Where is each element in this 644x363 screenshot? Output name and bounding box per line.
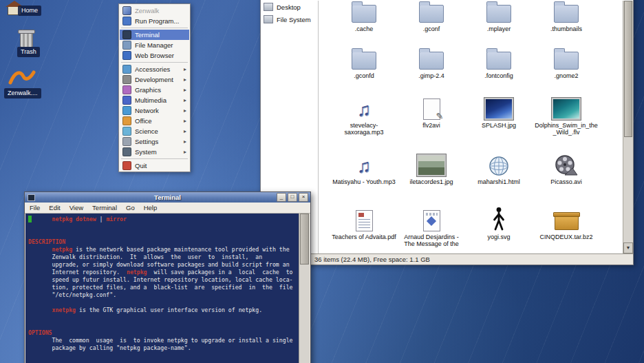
desktop-icon-trash[interactable]: Trash <box>17 28 58 59</box>
terminal-line <box>28 231 299 238</box>
terminal-scrollbar[interactable] <box>299 214 310 363</box>
terminal-titlebar[interactable]: Terminal <box>25 192 310 203</box>
scroll-down-button[interactable] <box>623 242 633 253</box>
menu-item-network[interactable]: Network <box>120 105 189 116</box>
file-item-yogi-svg[interactable]: yogi.svg <box>465 207 533 247</box>
menu-item-system[interactable]: System <box>120 147 189 157</box>
file-item-matisyahu-youth-mp3[interactable]: ♫Matisyahu - Youth.mp3 <box>330 152 398 185</box>
terminal-menu-edit[interactable]: Edit <box>49 204 60 211</box>
file-icon-box <box>484 95 513 120</box>
terminal-line: xnetpkg is the GTK graphical user interf… <box>28 307 299 314</box>
terminal-line: OPTIONS <box>28 329 299 337</box>
terminal-text: "/etc/netpkg.conf". <box>28 291 116 298</box>
menu-item-development[interactable]: Development <box>120 74 189 85</box>
menu-item-label: Science <box>135 127 180 135</box>
file-item-mplayer[interactable]: .mplayer <box>465 1 533 32</box>
menu-item-label: Quit <box>135 162 186 169</box>
file-grid: .cache.gconf.mplayer.thumbnails.gconfd.g… <box>319 1 623 253</box>
scrollbar-thumb[interactable] <box>300 214 309 265</box>
menu-item-label: Settings <box>135 138 180 145</box>
menu-item-office[interactable]: Office <box>120 116 189 126</box>
fm-vertical-scrollbar[interactable] <box>623 1 633 253</box>
file-item-splash-jpg[interactable]: SPLASH.jpg <box>465 95 533 136</box>
sidebar-item-desktop[interactable]: Desktop <box>261 1 318 13</box>
file-item-cinqdeux-tar-bz2[interactable]: CINQDEUX.tar.bz2 <box>533 207 600 247</box>
file-item-dolphins-swim-in-the-wild-flv[interactable]: Dolphins_Swim_in_the_Wild_.flv <box>533 95 600 136</box>
terminal-menu-terminal[interactable]: Terminal <box>92 204 117 211</box>
file-item-gconf[interactable]: .gconf <box>398 1 465 32</box>
file-item-maharshi1-html[interactable]: maharshi1.html <box>465 152 533 185</box>
terminal-line: Internet repository. netpkg will save pa… <box>28 269 299 276</box>
terminal-line: package by calling "netpkg package-name"… <box>28 344 299 352</box>
file-item-gconfd[interactable]: .gconfd <box>330 45 398 79</box>
window-buttons <box>277 193 310 202</box>
close-button[interactable] <box>299 193 308 202</box>
menu-separator <box>121 158 188 159</box>
terminal-line <box>28 299 299 307</box>
file-label: yogi.svg <box>487 234 510 240</box>
menu-item-terminal[interactable]: Terminal <box>120 30 189 40</box>
terminal-text: is the network based package maintenance… <box>72 246 289 253</box>
menu-item-web-browser[interactable]: Web Browser <box>120 50 189 61</box>
quit-icon <box>122 161 131 170</box>
file-icon-box <box>555 152 578 176</box>
app-menu-header-label: Zenwalk <box>135 7 159 14</box>
file-row: ♫Matisyahu - Youth.mp3iletacordes1.jpgma… <box>330 152 600 185</box>
terminal-menu-file[interactable]: File <box>30 204 40 211</box>
file-item-arnaud-desjardins-the-message-of-the[interactable]: Arnaud Desjardins - The Message of the <box>398 207 465 247</box>
terminal-text <box>28 307 52 313</box>
menu-item-quit[interactable]: Quit <box>120 160 189 171</box>
menu-separator <box>121 28 188 28</box>
file-label: .gconfd <box>354 72 374 79</box>
menu-item-science[interactable]: Science <box>120 126 189 136</box>
file-item-stevelacy-saxoraga-mp3[interactable]: ♫stevelacy-saxoraga.mp3 <box>330 95 398 136</box>
file-label: SPLASH.jpg <box>482 122 516 129</box>
terminal-menu-go[interactable]: Go <box>126 204 135 211</box>
terminal-window-icon <box>28 194 35 201</box>
file-item-fontconfig[interactable]: .fontconfig <box>465 45 533 79</box>
app-menu: Zenwalk Run Program...TerminalFile Manag… <box>118 3 191 172</box>
menu-item-settings[interactable]: Settings <box>120 136 189 147</box>
file-item-gnome2[interactable]: .gnome2 <box>533 45 600 79</box>
file-item-cache[interactable]: .cache <box>330 1 398 32</box>
file-icon-box <box>489 152 509 176</box>
file-label: .fontconfig <box>484 72 513 79</box>
folder-icon <box>554 52 579 70</box>
minimize-button[interactable] <box>277 193 286 202</box>
file-label: CINQDEUX.tar.bz2 <box>539 234 592 240</box>
image-thumbnail <box>484 98 513 120</box>
terminal-screen[interactable]: netpkg dotnew | mirror DESCRIPTION netpk… <box>25 214 299 363</box>
menu-item-label: Network <box>135 107 180 114</box>
terminal-menu-view[interactable]: View <box>69 204 83 211</box>
maximize-button[interactable] <box>288 193 297 202</box>
menu-item-multimedia[interactable]: Multimedia <box>120 95 189 105</box>
file-icon-box: ♫ <box>357 95 371 120</box>
file-icon-box <box>352 45 376 70</box>
file-item-flv2avi[interactable]: flv2avi <box>398 95 465 136</box>
menu-item-label: Web Browser <box>135 52 186 59</box>
sidebar-item-label: File System <box>277 16 311 23</box>
file-icon-box <box>419 1 444 23</box>
scrollbar-thumb[interactable] <box>624 1 632 137</box>
desktop-icon-home[interactable]: Home <box>6 0 50 19</box>
file-item-picasso-avi[interactable]: Picasso.avi <box>533 152 600 185</box>
file-item-iletacordes1-jpg[interactable]: iletacordes1.jpg <box>398 152 465 185</box>
terminal-line: netpkg is the network based package main… <box>28 246 299 253</box>
menu-item-run-program[interactable]: Run Program... <box>120 16 189 26</box>
sidebar-item-file-system[interactable]: File System <box>261 13 318 25</box>
terminal-menu-help[interactable]: Help <box>144 204 158 211</box>
app-menu-items: Run Program...TerminalFile ManagerWeb Br… <box>120 16 189 171</box>
desktop-icon-zenwalk[interactable]: Zenwalk.... <box>4 68 54 101</box>
menu-item-graphics[interactable]: Graphics <box>120 85 189 95</box>
file-item-gimp-2-4[interactable]: .gimp-2.4 <box>398 45 465 79</box>
file-label: stevelacy-saxoraga.mp3 <box>332 122 396 136</box>
menu-item-accessories[interactable]: Accessories <box>120 64 189 74</box>
globe-icon <box>489 156 509 176</box>
menu-item-file-manager[interactable]: File Manager <box>120 40 189 50</box>
folder-icon <box>419 52 444 70</box>
folder-icon <box>554 5 579 23</box>
menu-item-label: Accessories <box>135 65 180 73</box>
file-label: flv2avi <box>422 122 440 129</box>
file-item-thumbnails[interactable]: .thumbnails <box>533 1 600 32</box>
file-item-teachers-of-advaita-pdf[interactable]: Teachers of Advaita.pdf <box>330 207 398 247</box>
